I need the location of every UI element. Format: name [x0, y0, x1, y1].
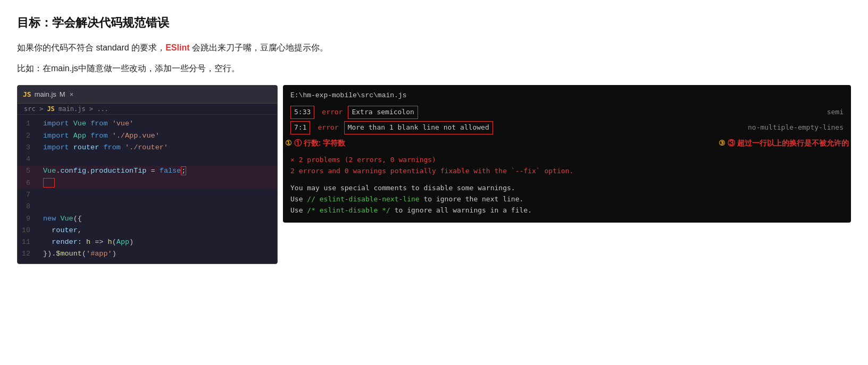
terminal-summary: × 2 problems (2 errors, 0 warnings) 2 er… [290, 155, 844, 177]
terminal-path: E:\hm-exp-mobile\src\main.js [290, 90, 844, 101]
breadcrumb-src: src [24, 105, 36, 113]
code-line-10: 10 router, [18, 225, 277, 236]
code-line-1: 1 import Vue from 'vue' [18, 118, 277, 130]
editor-body: 1 import Vue from 'vue' 2 import App fro… [18, 115, 277, 263]
terminal-info-2: Use // eslint-disable-next-line to ignor… [290, 194, 844, 205]
code-line-6: 6 [18, 177, 277, 189]
page-title: 目标：学会解决代码规范错误 [17, 15, 851, 31]
terminal-info-block: You may use special comments to disable … [290, 183, 844, 216]
terminal-info-1: You may use special comments to disable … [290, 183, 844, 194]
code-line-12: 12 }).$mount('#app') [18, 248, 277, 260]
error-type-1: error [316, 107, 348, 118]
error-msg-2: More than 1 blank line not allowed [344, 121, 493, 134]
code-line-4: 4 [18, 154, 277, 165]
panels-container: JS main.js M × src > JS main.js > ... 1 … [17, 85, 851, 264]
error-type-2: error [312, 122, 344, 133]
error-pos-1: 5:33 [290, 106, 314, 119]
eslint-highlight: ESlint [165, 43, 189, 52]
annotation-3: ③ ③ 超过一行以上的换行是不被允许的 [719, 137, 849, 149]
terminal-panel: E:\hm-exp-mobile\src\main.js 5:33 error … [283, 85, 851, 222]
code-line-3: 3 import router from './router' [18, 142, 277, 154]
code-line-9: 9 new Vue({ [18, 213, 277, 225]
terminal-error-row-2: 7:1 error More than 1 blank line not all… [290, 120, 844, 135]
terminal-info-3: Use /* eslint-disable */ to ignore all w… [290, 205, 844, 216]
tab-close-button[interactable]: × [70, 90, 74, 98]
editor-breadcrumb: src > JS main.js > ... [18, 104, 277, 115]
terminal-summary-line1: × 2 problems (2 errors, 0 warnings) [290, 155, 844, 166]
intro-paragraph-1: 如果你的代码不符合 standard 的要求，ESlint 会跳出来刀子嘴，豆腐… [17, 40, 851, 55]
terminal-error-row-1: 5:33 error Extra semicolon semi [290, 105, 844, 120]
intro-text-suffix: 会跳出来刀子嘴，豆腐心地提示你。 [190, 43, 328, 52]
error-pos-2: 7:1 [290, 121, 310, 134]
terminal-summary-line2: 2 errors and 0 warnings potentially fixa… [290, 166, 844, 177]
code-line-7: 7 [18, 189, 277, 201]
error-msg-1: Extra semicolon [348, 106, 418, 119]
error-rule-2: no-multiple-empty-lines [748, 122, 844, 133]
code-line-2: 2 import App from './App.vue' [18, 130, 277, 142]
intro-text-prefix: 如果你的代码不符合 standard 的要求， [17, 43, 165, 52]
tab-modified-indicator: M [60, 90, 65, 98]
error-rule-1: semi [827, 107, 844, 118]
tab-filename: main.js [35, 90, 56, 98]
code-line-5: 5 Vue.config.productionTip = false; [18, 165, 277, 177]
code-line-11: 11 render: h => h(App) [18, 236, 277, 248]
code-line-8: 8 [18, 201, 277, 213]
annotation-1: ① ① 行数: 字符数 [285, 137, 345, 149]
editor-tab-bar: JS main.js M × [18, 86, 277, 104]
code-editor-panel: JS main.js M × src > JS main.js > ... 1 … [17, 85, 278, 264]
js-tab-icon: JS [23, 90, 31, 98]
intro-paragraph-2: 比如：在main.js中随意做一些改动，添加一些分号，空行。 [17, 61, 851, 75]
